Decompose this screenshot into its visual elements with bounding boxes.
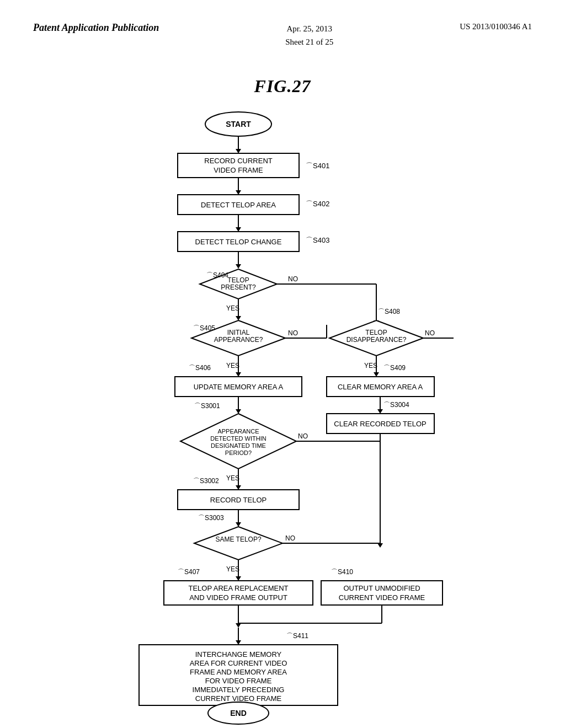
- svg-text:PRESENT?: PRESENT?: [221, 283, 256, 291]
- figure-title: FIG.27: [0, 76, 565, 97]
- svg-text:AND VIDEO FRAME OUTPUT: AND VIDEO FRAME OUTPUT: [189, 593, 287, 602]
- svg-text:FRAME AND MEMORY AREA: FRAME AND MEMORY AREA: [190, 668, 287, 676]
- svg-marker-80: [236, 522, 241, 527]
- svg-marker-3: [236, 149, 241, 153]
- svg-text:CLEAR RECORDED TELOP: CLEAR RECORDED TELOP: [334, 420, 426, 428]
- svg-text:⌒S402: ⌒S402: [306, 200, 329, 208]
- svg-text:AREA FOR CURRENT VIDEO: AREA FOR CURRENT VIDEO: [190, 659, 287, 667]
- svg-text:⌒S411: ⌒S411: [286, 632, 308, 640]
- svg-text:⌒S407: ⌒S407: [178, 568, 200, 576]
- svg-text:DETECTED WITHIN: DETECTED WITHIN: [210, 435, 266, 442]
- svg-text:FOR VIDEO FRAME: FOR VIDEO FRAME: [205, 677, 272, 685]
- svg-marker-104: [236, 640, 241, 645]
- svg-text:⌒S405: ⌒S405: [193, 324, 215, 332]
- svg-text:CURRENT VIDEO FRAME: CURRENT VIDEO FRAME: [339, 593, 425, 602]
- svg-marker-75: [236, 485, 241, 490]
- svg-marker-59: [377, 409, 383, 414]
- svg-text:DESIGNATED TIME: DESIGNATED TIME: [211, 442, 266, 449]
- svg-text:⌒S410: ⌒S410: [331, 568, 353, 576]
- svg-text:OUTPUT UNMODIFIED: OUTPUT UNMODIFIED: [343, 584, 420, 592]
- svg-text:NO: NO: [288, 275, 298, 283]
- svg-text:SAME TELOP?: SAME TELOP?: [215, 536, 261, 543]
- patent-number: US 2013/0100346 A1: [460, 22, 532, 31]
- svg-marker-90: [236, 576, 241, 581]
- svg-marker-9: [236, 190, 241, 195]
- svg-text:INTERCHANGE MEMORY: INTERCHANGE MEMORY: [195, 650, 282, 659]
- svg-text:NO: NO: [285, 534, 295, 542]
- svg-text:⌒S406: ⌒S406: [189, 364, 211, 372]
- svg-text:DISAPPEARANCE?: DISAPPEARANCE?: [347, 336, 407, 344]
- svg-text:⌒S3002: ⌒S3002: [193, 477, 219, 485]
- svg-text:TELOP: TELOP: [227, 276, 249, 284]
- svg-text:NO: NO: [425, 329, 435, 337]
- svg-marker-102: [236, 623, 241, 628]
- svg-text:⌒S401: ⌒S401: [306, 162, 329, 170]
- svg-text:⌒S3004: ⌒S3004: [383, 401, 409, 409]
- svg-text:TELOP AREA REPLACEMENT: TELOP AREA REPLACEMENT: [188, 584, 288, 592]
- svg-text:YES: YES: [226, 304, 239, 312]
- svg-text:⌒S3003: ⌒S3003: [198, 514, 224, 522]
- sheet-label: Sheet 21 of 25: [285, 38, 333, 46]
- svg-text:DETECT TELOP CHANGE: DETECT TELOP CHANGE: [195, 238, 282, 246]
- svg-text:IMMEDIATELY PRECEDING: IMMEDIATELY PRECEDING: [193, 686, 285, 694]
- svg-text:UPDATE MEMORY AREA A: UPDATE MEMORY AREA A: [194, 383, 284, 391]
- svg-text:⌒S409: ⌒S409: [383, 364, 406, 372]
- svg-text:YES: YES: [226, 565, 239, 573]
- svg-text:YES: YES: [226, 474, 239, 482]
- svg-marker-37: [236, 372, 241, 377]
- svg-text:YES: YES: [226, 362, 239, 370]
- svg-text:⌒S403: ⌒S403: [306, 236, 329, 244]
- svg-marker-26: [236, 316, 241, 320]
- svg-text:RECORD CURRENT: RECORD CURRENT: [204, 157, 273, 165]
- svg-text:NO: NO: [288, 329, 298, 337]
- svg-text:APPEARANCE?: APPEARANCE?: [214, 336, 263, 344]
- page-header: Patent Application Publication Apr. 25, …: [0, 0, 565, 60]
- svg-text:CURRENT VIDEO FRAME: CURRENT VIDEO FRAME: [195, 694, 282, 703]
- svg-text:DETECT TELOP AREA: DETECT TELOP AREA: [201, 201, 276, 209]
- svg-text:CLEAR MEMORY AREA A: CLEAR MEMORY AREA A: [338, 383, 423, 391]
- svg-text:⌒S408: ⌒S408: [378, 308, 400, 315]
- flowchart-diagram: START RECORD CURRENT VIDEO FRAME ⌒S401 D…: [67, 108, 498, 725]
- date-label: Apr. 25, 2013: [286, 24, 332, 33]
- svg-text:APPEARANCE: APPEARANCE: [217, 428, 259, 435]
- svg-text:VIDEO FRAME: VIDEO FRAME: [214, 166, 263, 174]
- svg-marker-81: [194, 527, 282, 560]
- svg-marker-49: [374, 372, 379, 377]
- svg-text:END: END: [230, 709, 247, 718]
- svg-marker-57: [236, 409, 241, 414]
- svg-text:PERIOD?: PERIOD?: [225, 449, 252, 456]
- svg-text:NO: NO: [298, 432, 308, 440]
- sheet-info: Apr. 25, 2013 Sheet 21 of 25: [285, 22, 333, 49]
- publication-label: Patent Application Publication: [33, 22, 159, 34]
- svg-text:⌒S3001: ⌒S3001: [194, 402, 220, 410]
- svg-text:TELOP: TELOP: [365, 329, 387, 336]
- svg-marker-87: [377, 543, 383, 548]
- svg-text:RECORD TELOP: RECORD TELOP: [210, 496, 266, 504]
- svg-text:YES: YES: [364, 362, 377, 370]
- svg-text:START: START: [226, 120, 251, 129]
- svg-marker-14: [236, 227, 241, 232]
- svg-marker-19: [236, 264, 241, 269]
- svg-text:⌒S404: ⌒S404: [206, 271, 228, 279]
- svg-text:INITIAL: INITIAL: [227, 329, 250, 336]
